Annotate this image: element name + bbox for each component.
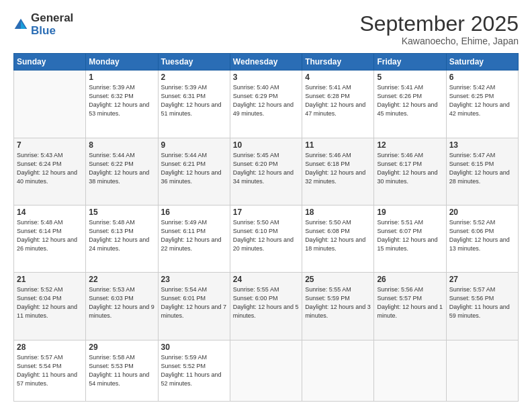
cell-5-6: [374, 340, 446, 401]
cell-info: Sunrise: 5:54 AM Sunset: 6:01 PM Dayligh…: [161, 285, 227, 320]
cell-info: Sunrise: 5:47 AM Sunset: 6:15 PM Dayligh…: [449, 151, 515, 186]
cell-info: Sunrise: 5:57 AM Sunset: 5:54 PM Dayligh…: [17, 353, 83, 388]
cell-4-6: 26Sunrise: 5:56 AM Sunset: 5:57 PM Dayli…: [374, 273, 446, 340]
cell-info: Sunrise: 5:43 AM Sunset: 6:24 PM Dayligh…: [17, 151, 83, 186]
header-sunday: Sunday: [14, 54, 86, 71]
cell-4-2: 22Sunrise: 5:53 AM Sunset: 6:03 PM Dayli…: [86, 273, 158, 340]
cell-2-6: 12Sunrise: 5:46 AM Sunset: 6:17 PM Dayli…: [374, 138, 446, 205]
cell-2-3: 9Sunrise: 5:44 AM Sunset: 6:21 PM Daylig…: [158, 138, 230, 205]
page: General Blue September 2025 Kawanoecho, …: [0, 0, 532, 411]
cell-info: Sunrise: 5:39 AM Sunset: 6:31 PM Dayligh…: [161, 83, 227, 118]
day-number: 29: [89, 342, 154, 352]
day-number: 5: [377, 73, 443, 82]
cell-1-6: 5Sunrise: 5:41 AM Sunset: 6:26 PM Daylig…: [374, 71, 446, 138]
cell-1-2: 1Sunrise: 5:39 AM Sunset: 6:32 PM Daylig…: [86, 71, 158, 138]
cell-3-7: 20Sunrise: 5:52 AM Sunset: 6:06 PM Dayli…: [446, 205, 518, 272]
cell-info: Sunrise: 5:55 AM Sunset: 6:00 PM Dayligh…: [233, 285, 299, 320]
cell-info: Sunrise: 5:44 AM Sunset: 6:21 PM Dayligh…: [161, 151, 227, 186]
day-number: 15: [89, 208, 154, 217]
cell-info: Sunrise: 5:57 AM Sunset: 5:56 PM Dayligh…: [449, 285, 515, 320]
cell-4-5: 25Sunrise: 5:55 AM Sunset: 5:59 PM Dayli…: [302, 273, 374, 340]
header-monday: Monday: [86, 54, 158, 71]
week-row-2: 7Sunrise: 5:43 AM Sunset: 6:24 PM Daylig…: [14, 138, 519, 205]
cell-2-1: 7Sunrise: 5:43 AM Sunset: 6:24 PM Daylig…: [14, 138, 86, 205]
day-number: 8: [89, 140, 154, 150]
cell-info: Sunrise: 5:41 AM Sunset: 6:28 PM Dayligh…: [305, 83, 371, 118]
cell-5-7: [446, 340, 518, 401]
logo-icon: [13, 17, 28, 32]
cell-2-7: 13Sunrise: 5:47 AM Sunset: 6:15 PM Dayli…: [446, 138, 518, 205]
cell-1-5: 4Sunrise: 5:41 AM Sunset: 6:28 PM Daylig…: [302, 71, 374, 138]
cell-info: Sunrise: 5:46 AM Sunset: 6:18 PM Dayligh…: [305, 151, 371, 186]
cell-3-1: 14Sunrise: 5:48 AM Sunset: 6:14 PM Dayli…: [14, 205, 86, 272]
header-tuesday: Tuesday: [158, 54, 230, 71]
week-row-1: 1Sunrise: 5:39 AM Sunset: 6:32 PM Daylig…: [14, 71, 519, 138]
cell-info: Sunrise: 5:58 AM Sunset: 5:53 PM Dayligh…: [89, 353, 154, 388]
cell-info: Sunrise: 5:50 AM Sunset: 6:08 PM Dayligh…: [305, 218, 371, 253]
cell-4-1: 21Sunrise: 5:52 AM Sunset: 6:04 PM Dayli…: [14, 273, 86, 340]
cell-1-3: 2Sunrise: 5:39 AM Sunset: 6:31 PM Daylig…: [158, 71, 230, 138]
cell-3-3: 16Sunrise: 5:49 AM Sunset: 6:11 PM Dayli…: [158, 205, 230, 272]
subtitle: Kawanoecho, Ehime, Japan: [359, 36, 519, 46]
cell-3-5: 18Sunrise: 5:50 AM Sunset: 6:08 PM Dayli…: [302, 205, 374, 272]
cell-5-1: 28Sunrise: 5:57 AM Sunset: 5:54 PM Dayli…: [14, 340, 86, 401]
day-number: 6: [449, 73, 515, 82]
cell-4-4: 24Sunrise: 5:55 AM Sunset: 6:00 PM Dayli…: [230, 273, 302, 340]
header-thursday: Thursday: [302, 54, 374, 71]
calendar: Sunday Monday Tuesday Wednesday Thursday…: [13, 53, 519, 402]
cell-info: Sunrise: 5:52 AM Sunset: 6:06 PM Dayligh…: [449, 218, 515, 253]
week-row-5: 28Sunrise: 5:57 AM Sunset: 5:54 PM Dayli…: [14, 340, 519, 401]
cell-1-7: 6Sunrise: 5:42 AM Sunset: 6:25 PM Daylig…: [446, 71, 518, 138]
day-number: 18: [305, 208, 371, 217]
day-number: 19: [377, 208, 443, 217]
day-number: 30: [161, 342, 227, 352]
day-number: 26: [377, 275, 443, 284]
cell-info: Sunrise: 5:49 AM Sunset: 6:11 PM Dayligh…: [161, 218, 227, 253]
cell-info: Sunrise: 5:53 AM Sunset: 6:03 PM Dayligh…: [89, 285, 154, 320]
day-number: 4: [305, 73, 371, 82]
cell-1-1: [14, 71, 86, 138]
cell-4-3: 23Sunrise: 5:54 AM Sunset: 6:01 PM Dayli…: [158, 273, 230, 340]
cell-4-7: 27Sunrise: 5:57 AM Sunset: 5:56 PM Dayli…: [446, 273, 518, 340]
top-section: General Blue September 2025 Kawanoecho, …: [13, 12, 519, 46]
cell-2-5: 11Sunrise: 5:46 AM Sunset: 6:18 PM Dayli…: [302, 138, 374, 205]
cell-info: Sunrise: 5:48 AM Sunset: 6:13 PM Dayligh…: [89, 218, 154, 253]
cell-5-4: [230, 340, 302, 401]
cell-3-6: 19Sunrise: 5:51 AM Sunset: 6:07 PM Dayli…: [374, 205, 446, 272]
cell-2-2: 8Sunrise: 5:44 AM Sunset: 6:22 PM Daylig…: [86, 138, 158, 205]
day-number: 17: [233, 208, 299, 217]
cell-info: Sunrise: 5:41 AM Sunset: 6:26 PM Dayligh…: [377, 83, 443, 118]
day-number: 14: [17, 208, 83, 217]
day-number: 10: [233, 140, 299, 150]
header-friday: Friday: [374, 54, 446, 71]
day-number: 11: [305, 140, 371, 150]
day-number: 16: [161, 208, 227, 217]
day-number: 22: [89, 275, 154, 284]
cell-5-3: 30Sunrise: 5:59 AM Sunset: 5:52 PM Dayli…: [158, 340, 230, 401]
day-number: 13: [449, 140, 515, 150]
day-number: 21: [17, 275, 83, 284]
day-number: 20: [449, 208, 515, 217]
day-number: 23: [161, 275, 227, 284]
cell-info: Sunrise: 5:44 AM Sunset: 6:22 PM Dayligh…: [89, 151, 154, 186]
week-row-3: 14Sunrise: 5:48 AM Sunset: 6:14 PM Dayli…: [14, 205, 519, 272]
day-number: 1: [89, 73, 154, 82]
month-title: September 2025: [359, 12, 519, 36]
cell-info: Sunrise: 5:39 AM Sunset: 6:32 PM Dayligh…: [89, 83, 154, 118]
day-number: 2: [161, 73, 227, 82]
cell-2-4: 10Sunrise: 5:45 AM Sunset: 6:20 PM Dayli…: [230, 138, 302, 205]
cell-info: Sunrise: 5:59 AM Sunset: 5:52 PM Dayligh…: [161, 353, 227, 388]
day-number: 28: [17, 342, 83, 352]
day-number: 7: [17, 140, 83, 150]
day-number: 12: [377, 140, 443, 150]
cell-info: Sunrise: 5:56 AM Sunset: 5:57 PM Dayligh…: [377, 285, 443, 320]
day-number: 25: [305, 275, 371, 284]
week-row-4: 21Sunrise: 5:52 AM Sunset: 6:04 PM Dayli…: [14, 273, 519, 340]
cell-info: Sunrise: 5:40 AM Sunset: 6:29 PM Dayligh…: [233, 83, 299, 118]
calendar-header-row: Sunday Monday Tuesday Wednesday Thursday…: [14, 54, 519, 71]
cell-1-4: 3Sunrise: 5:40 AM Sunset: 6:29 PM Daylig…: [230, 71, 302, 138]
header-saturday: Saturday: [446, 54, 518, 71]
cell-info: Sunrise: 5:52 AM Sunset: 6:04 PM Dayligh…: [17, 285, 83, 320]
cell-info: Sunrise: 5:46 AM Sunset: 6:17 PM Dayligh…: [377, 151, 443, 186]
cell-3-2: 15Sunrise: 5:48 AM Sunset: 6:13 PM Dayli…: [86, 205, 158, 272]
